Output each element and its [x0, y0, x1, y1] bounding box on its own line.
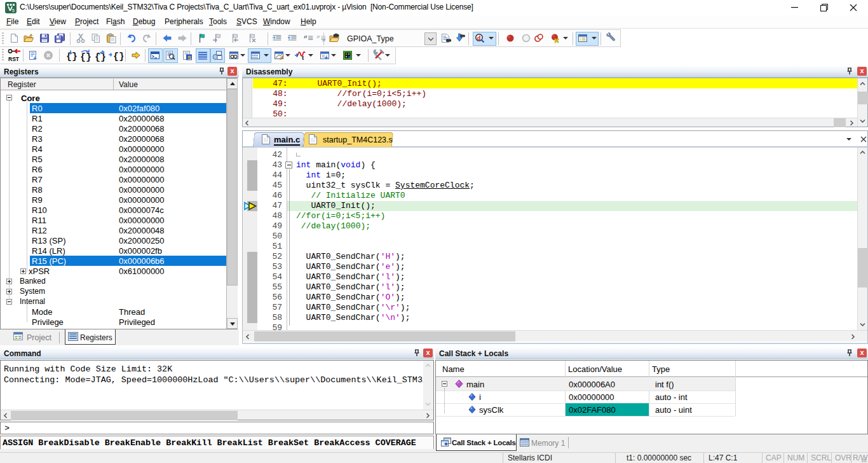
svg-text:t: t	[302, 54, 304, 61]
svg-text:d: d	[477, 34, 481, 41]
svg-text:S: S	[187, 55, 191, 61]
svg-text:5: 5	[12, 8, 15, 13]
svg-text:{}: {}	[113, 52, 123, 62]
svg-text:RST: RST	[8, 56, 20, 62]
svg-text:{}: {}	[80, 52, 92, 62]
